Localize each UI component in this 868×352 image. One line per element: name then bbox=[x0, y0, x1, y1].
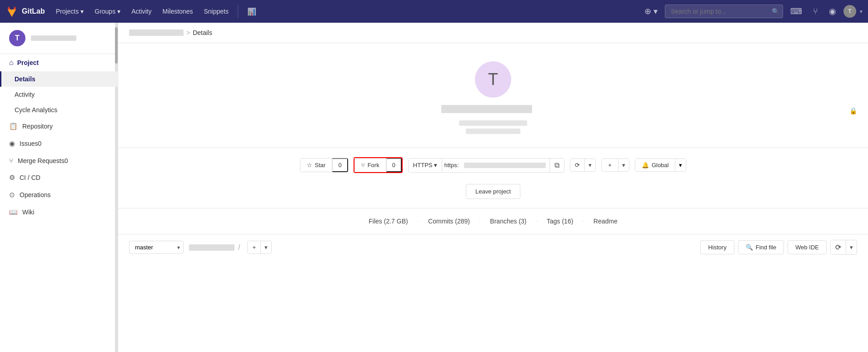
search-input[interactable] bbox=[665, 5, 783, 18]
user-avatar-nav[interactable]: T bbox=[843, 5, 856, 18]
sidebar-operations[interactable]: ⊙ Operations bbox=[0, 186, 118, 203]
commits-link[interactable]: Commits (289) bbox=[419, 216, 479, 227]
notification-dropdown[interactable]: ▾ bbox=[675, 159, 686, 171]
notification-bell-button[interactable]: 🔔 Global bbox=[635, 159, 676, 171]
repository-icon: 📋 bbox=[9, 122, 18, 130]
add-file-dropdown[interactable]: ▾ bbox=[619, 159, 629, 171]
breadcrumb-parent bbox=[129, 30, 184, 36]
breadcrumb-current: Details bbox=[193, 29, 212, 36]
https-prefix: https: bbox=[442, 162, 460, 169]
nav-groups[interactable]: Groups ▾ bbox=[91, 6, 124, 17]
files-link[interactable]: Files (2.7 GB) bbox=[359, 216, 417, 227]
sidebar-wiki[interactable]: 📖 Wiki bbox=[0, 203, 118, 221]
sidebar-merge-requests[interactable]: ⑂ Merge Requests 0 bbox=[0, 152, 118, 169]
main-content: > Details T 🔒 ☆ Star bbox=[118, 23, 868, 352]
star-group: ☆ Star 0 bbox=[300, 158, 348, 172]
clone-action-button[interactable]: ⟳ bbox=[831, 240, 846, 254]
project-meta bbox=[466, 129, 520, 134]
sidebar-item-activity[interactable]: Activity bbox=[0, 87, 118, 102]
leave-project-button[interactable]: Leave project bbox=[466, 184, 520, 199]
branch-select[interactable]: master bbox=[129, 241, 184, 254]
star-icon: ☆ bbox=[307, 162, 312, 169]
sidebar-issues[interactable]: ◉ Issues 0 bbox=[0, 135, 118, 152]
branch-select-wrap: master bbox=[129, 241, 184, 254]
fork-button[interactable]: ⑂ Fork bbox=[354, 158, 386, 172]
sidebar-user: T bbox=[0, 23, 118, 54]
protocol-select[interactable]: HTTPS ▾ bbox=[409, 159, 443, 171]
web-ide-button[interactable]: Web IDE bbox=[788, 240, 827, 254]
sidebar-cicd[interactable]: ⚙ CI / CD bbox=[0, 169, 118, 186]
nav-separator bbox=[238, 5, 238, 18]
nav-snippets[interactable]: Snippets bbox=[200, 6, 232, 17]
keyboard-shortcuts-icon[interactable]: ⌨ bbox=[787, 5, 806, 18]
sidebar-username bbox=[31, 35, 76, 41]
readme-link[interactable]: Readme bbox=[584, 216, 627, 227]
breadcrumb: > Details bbox=[118, 23, 868, 43]
notification-group: 🔔 Global ▾ bbox=[635, 159, 687, 172]
operations-icon: ⊙ bbox=[9, 191, 15, 199]
add-file-button[interactable]: + bbox=[602, 159, 619, 171]
add-file-group: + ▾ bbox=[601, 159, 629, 172]
page-wrapper: T ⌂ Project Details Activity Cycle Analy… bbox=[0, 23, 868, 352]
sidebar-item-cycle-analytics[interactable]: Cycle Analytics bbox=[0, 102, 118, 118]
history-button[interactable]: History bbox=[700, 240, 734, 254]
merge-requests-icon[interactable]: ⑂ bbox=[809, 5, 822, 18]
issues-sidebar-icon: ◉ bbox=[9, 139, 15, 148]
stats-bar: Files (2.7 GB) · Commits (289) · Branche… bbox=[118, 208, 868, 234]
nav-activity[interactable]: Activity bbox=[128, 6, 155, 17]
sidebar: T ⌂ Project Details Activity Cycle Analy… bbox=[0, 23, 118, 352]
logo-text: GitLab bbox=[22, 7, 45, 15]
https-url bbox=[464, 163, 546, 168]
clone-action-group: ⟳ ▾ bbox=[830, 240, 857, 255]
clone-dropdown: ⟳ ▾ bbox=[570, 159, 596, 172]
sidebar-repository[interactable]: 📋 Repository bbox=[0, 118, 118, 135]
user-dropdown-arrow[interactable]: ▾ bbox=[860, 9, 863, 15]
search-small-icon: 🔍 bbox=[746, 244, 753, 251]
fork-group: ⑂ Fork 0 bbox=[354, 157, 403, 173]
nav-projects[interactable]: Projects ▾ bbox=[52, 6, 88, 17]
top-navigation: GitLab Projects ▾ Groups ▾ Activity Mile… bbox=[0, 0, 868, 23]
fork-count[interactable]: 0 bbox=[386, 158, 402, 172]
clone-icon: ⟳ bbox=[575, 162, 580, 169]
project-avatar: T bbox=[475, 61, 511, 98]
create-new-icon[interactable]: ⊕ ▾ bbox=[641, 5, 661, 18]
file-actions: History 🔍 Find file Web IDE ⟳ ▾ bbox=[700, 240, 857, 255]
project-description bbox=[459, 120, 527, 126]
path-segment bbox=[189, 244, 234, 251]
clone-dropdown-arrow[interactable]: ▾ bbox=[585, 159, 595, 171]
nav-milestones[interactable]: Milestones bbox=[159, 6, 197, 17]
add-file-btn: + ▾ bbox=[247, 241, 272, 254]
project-name bbox=[441, 105, 532, 113]
tags-link[interactable]: Tags (16) bbox=[538, 216, 582, 227]
file-path: / bbox=[189, 243, 242, 252]
leave-project-wrap: Leave project bbox=[118, 182, 868, 208]
merge-requests-badge: 0 bbox=[65, 157, 68, 164]
fork-icon: ⑂ bbox=[361, 162, 365, 169]
merge-requests-sidebar-icon: ⑂ bbox=[9, 157, 13, 164]
add-file-plus-button[interactable]: + bbox=[248, 241, 261, 253]
clone-action-dropdown[interactable]: ▾ bbox=[846, 241, 857, 253]
bell-icon: 🔔 bbox=[642, 162, 649, 169]
clone-button[interactable]: ⟳ bbox=[570, 159, 585, 171]
star-count[interactable]: 0 bbox=[332, 158, 348, 172]
search-wrap: 🔍 bbox=[665, 5, 783, 18]
issues-icon[interactable]: ◉ bbox=[825, 5, 840, 18]
gitlab-logo[interactable]: GitLab bbox=[5, 5, 45, 18]
copy-url-button[interactable]: ⧉ bbox=[549, 159, 564, 172]
find-file-button[interactable]: 🔍 Find file bbox=[738, 240, 784, 254]
star-button[interactable]: ☆ Star bbox=[300, 158, 333, 172]
clone-url-group: HTTPS ▾ https: ⧉ bbox=[408, 158, 564, 173]
cicd-icon: ⚙ bbox=[9, 174, 15, 182]
sidebar-item-details[interactable]: Details bbox=[0, 71, 118, 87]
sidebar-avatar: T bbox=[9, 30, 25, 46]
lock-icon: 🔒 bbox=[849, 107, 857, 114]
branches-link[interactable]: Branches (3) bbox=[481, 216, 535, 227]
chart-icon[interactable]: 📊 bbox=[244, 5, 260, 18]
add-file-dropdown-btn[interactable]: ▾ bbox=[261, 241, 271, 253]
sidebar-project-label[interactable]: ⌂ Project bbox=[0, 54, 118, 71]
issues-badge: 0 bbox=[38, 140, 41, 147]
clone-action-icon: ⟳ bbox=[835, 243, 841, 252]
file-browser-header: master / + ▾ History 🔍 Find file bbox=[118, 234, 868, 260]
project-header: T 🔒 bbox=[118, 43, 868, 148]
search-icon: 🔍 bbox=[772, 8, 779, 15]
